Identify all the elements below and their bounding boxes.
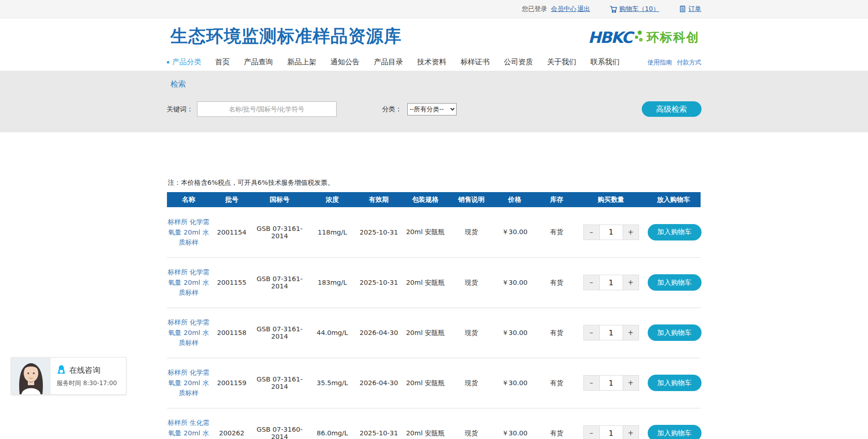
col-header-stock: 库存 <box>538 192 576 207</box>
price-cell: ￥30.00 <box>492 207 538 257</box>
quantity-decrease-button[interactable]: – <box>584 325 599 340</box>
category-select[interactable]: --所有分类-- <box>407 103 457 115</box>
stock-cell: 有货 <box>538 207 576 257</box>
product-name-link[interactable]: 标样所 化学需氧量 20ml 水质标样 <box>168 217 210 247</box>
quantity-decrease-button[interactable]: – <box>584 275 599 290</box>
brand-name: 环标科创 <box>647 29 700 46</box>
col-header-add-cart: 放入购物车 <box>647 192 701 207</box>
concentration-cell: 86.0mg/L <box>307 408 359 439</box>
package-cell: 20ml 安瓿瓶 <box>400 207 452 257</box>
chat-title: 在线咨询 <box>69 365 100 376</box>
nav-item-contact-us[interactable]: 联系我们 <box>591 57 620 67</box>
nav-item-home[interactable]: 首页 <box>215 57 230 67</box>
page-title: 生态环境监测标准样品资源库 <box>171 25 402 48</box>
batch-cell: 2001154 <box>211 207 253 257</box>
products-table: 名称 批号 国标号 浓度 有效期 包装规格 销售说明 价格 库存 购买数量 放入… <box>167 192 701 439</box>
product-name-link[interactable]: 标样所 化学需氧量 20ml 水质标样 <box>168 317 210 348</box>
expiry-cell: 2025-10-31 <box>359 408 400 439</box>
search-section: 检索 关键词： 分类： --所有分类-- 高级检索 <box>0 71 868 132</box>
nav-item-announcements[interactable]: 通知公告 <box>331 57 360 67</box>
batch-cell: 200262 <box>211 408 253 439</box>
col-header-gb-no: 国标号 <box>253 192 307 207</box>
package-cell: 20ml 安瓿瓶 <box>400 408 452 439</box>
nav-item-certificates[interactable]: 标样证书 <box>461 57 490 67</box>
payment-methods-link[interactable]: 付款方式 <box>677 58 702 67</box>
add-to-cart-button[interactable]: 加入购物车 <box>648 375 702 391</box>
cart-link[interactable]: 购物车（10） <box>619 5 660 13</box>
nav-item-product-catalog[interactable]: 产品目录 <box>374 57 403 67</box>
col-header-price: 价格 <box>492 192 538 207</box>
quantity-increase-button[interactable]: + <box>623 426 639 439</box>
nav-item-new-arrivals[interactable]: 新品上架 <box>287 57 317 67</box>
sale-note-cell: 现货 <box>452 358 492 408</box>
table-header-row: 名称 批号 国标号 浓度 有效期 包装规格 销售说明 价格 库存 购买数量 放入… <box>167 192 701 207</box>
quantity-increase-button[interactable]: + <box>623 325 639 340</box>
quantity-decrease-button[interactable]: – <box>584 376 599 390</box>
price-cell: ￥30.00 <box>492 308 538 358</box>
advanced-search-button[interactable]: 高级检索 <box>642 101 702 117</box>
product-name-link[interactable]: 标样所 化学需氧量 20ml 水质标样 <box>168 367 210 398</box>
add-to-cart-button[interactable]: 加入购物车 <box>648 274 702 291</box>
product-name-link[interactable]: 标样所 化学需氧量 20ml 水质标样 <box>168 267 210 298</box>
expiry-cell: 2026-04-30 <box>359 308 400 358</box>
expiry-cell: 2025-10-31 <box>359 257 400 308</box>
online-chat-widget[interactable]: 在线咨询 服务时间 8:30-17:00 <box>11 357 126 395</box>
gb-no-cell: GSB 07-3161-2014 <box>253 207 307 257</box>
add-to-cart-button[interactable]: 加入购物车 <box>648 324 702 341</box>
quantity-value[interactable]: 1 <box>599 325 623 340</box>
keyword-label: 关键词： <box>167 105 193 114</box>
logout-link[interactable]: 退出 <box>577 5 590 13</box>
quantity-stepper: – 1 + <box>583 275 639 290</box>
topbar: 您已登录 会员中心 退出 购物车（10） 订单 <box>0 0 868 18</box>
nav-item-about-us[interactable]: 关于我们 <box>547 57 577 67</box>
main-content: 注：本价格含6%税点，可开具6%技术服务增值税发票。 名称 批号 国标号 浓度 … <box>167 178 702 439</box>
gb-no-cell: GSB 07-3161-2014 <box>253 358 307 408</box>
sale-note-cell: 现货 <box>452 207 492 257</box>
table-row: 标样所 化学需氧量 20ml 水质标样 2001155 GSB 07-3161-… <box>167 257 701 308</box>
header: 生态环境监测标准样品资源库 HBKC 环标科创 产品分类 首页 产品查询 新品上… <box>0 18 868 71</box>
nav-item-qualifications[interactable]: 公司资质 <box>504 57 533 67</box>
sale-note-cell: 现货 <box>452 257 492 308</box>
col-header-batch: 批号 <box>211 192 253 207</box>
col-header-expiry: 有效期 <box>359 192 400 207</box>
stock-cell: 有货 <box>538 358 576 408</box>
orders-link[interactable]: 订单 <box>689 5 702 13</box>
col-header-name: 名称 <box>167 192 211 207</box>
concentration-cell: 35.5mg/L <box>307 358 359 408</box>
login-status: 您已登录 <box>522 5 547 13</box>
search-section-title: 检索 <box>171 79 702 89</box>
product-name-link[interactable]: 标样所 生化需氧量 20ml 水质标样 <box>168 418 210 439</box>
member-center-link[interactable]: 会员中心 <box>551 5 577 13</box>
bullet-icon <box>167 61 169 63</box>
stock-cell: 有货 <box>538 408 576 439</box>
nav-item-product-category[interactable]: 产品分类 <box>167 57 202 67</box>
nav-item-technical-docs[interactable]: 技术资料 <box>417 57 447 67</box>
quantity-stepper: – 1 + <box>583 325 639 340</box>
add-to-cart-button[interactable]: 加入购物车 <box>648 425 702 439</box>
quantity-decrease-button[interactable]: – <box>584 426 599 439</box>
gb-no-cell: GSB 07-3161-2014 <box>253 257 307 308</box>
price-cell: ￥30.00 <box>492 408 538 439</box>
orders-icon <box>679 5 687 13</box>
quantity-value[interactable]: 1 <box>599 426 623 439</box>
qq-penguin-icon <box>57 365 66 376</box>
price-cell: ￥30.00 <box>492 257 538 308</box>
quantity-increase-button[interactable]: + <box>623 376 639 390</box>
nav-item-product-search[interactable]: 产品查询 <box>244 57 273 67</box>
quantity-increase-button[interactable]: + <box>623 225 639 240</box>
package-cell: 20ml 安瓿瓶 <box>400 308 452 358</box>
user-guide-link[interactable]: 使用指南 <box>648 58 672 67</box>
col-header-package: 包装规格 <box>400 192 452 207</box>
quantity-stepper: – 1 + <box>583 225 639 240</box>
quantity-value[interactable]: 1 <box>599 275 623 290</box>
quantity-value[interactable]: 1 <box>599 225 623 240</box>
quantity-decrease-button[interactable]: – <box>584 225 599 240</box>
table-row: 标样所 生化需氧量 20ml 水质标样 200262 GSB 07-3160-2… <box>167 408 701 439</box>
add-to-cart-button[interactable]: 加入购物车 <box>648 224 702 240</box>
stock-cell: 有货 <box>538 308 576 358</box>
quantity-value[interactable]: 1 <box>599 376 623 390</box>
expiry-cell: 2026-04-30 <box>359 358 400 408</box>
quantity-increase-button[interactable]: + <box>623 275 639 290</box>
cart-icon <box>609 5 618 13</box>
keyword-input[interactable] <box>197 101 337 117</box>
